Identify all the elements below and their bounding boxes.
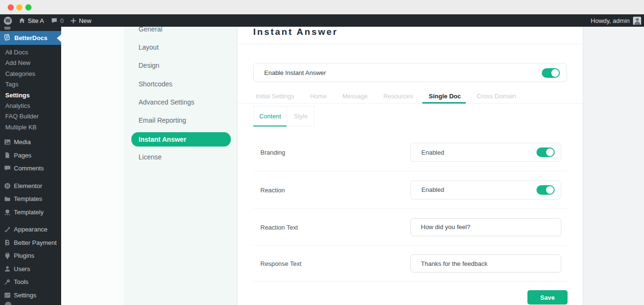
menu-label: Users (14, 265, 30, 273)
sidebar-item-better-payment[interactable]: Better Payment (0, 236, 61, 250)
menu-label: Better Payment (14, 239, 57, 246)
setting-row-reaction: Reaction Enabled (253, 171, 567, 209)
zoom-window-button[interactable] (25, 4, 32, 11)
menu-label: Templates (14, 195, 42, 202)
reaction-label: Reaction (260, 186, 285, 193)
single-doc-subtabs: Content Style (253, 106, 315, 126)
enable-instant-answer-label: Enable Instant Answer (264, 69, 326, 76)
sidebar-item-betterdocs[interactable]: BetterDocs (0, 31, 61, 45)
submenu-item-categories[interactable]: Categories (0, 69, 61, 79)
menu-label: Templately (14, 209, 43, 216)
reaction-toggle[interactable] (537, 185, 555, 195)
submenu-item-analytics[interactable]: Analytics (0, 101, 61, 111)
menu-label: Comments (14, 165, 44, 172)
sidebar-item-templates[interactable]: Templates (0, 192, 61, 206)
betterdocs-icon (3, 33, 11, 42)
settings-nav-design[interactable]: Design (124, 56, 237, 74)
sidebar-item-plugins[interactable]: Plugins (0, 249, 61, 263)
enable-instant-answer-toggle[interactable] (542, 68, 560, 78)
subtab-style[interactable]: Style (287, 106, 314, 126)
subtab-content[interactable]: Content (254, 106, 287, 126)
tools-icon (3, 278, 11, 285)
templates-icon (3, 196, 11, 202)
wp-admin-bar: W Site A 0 New Howdy, admin (0, 14, 644, 27)
admin-bar-new-button[interactable]: New (70, 17, 91, 24)
home-icon (19, 17, 25, 24)
users-icon (3, 265, 11, 273)
right-background-strip (583, 27, 644, 305)
comment-count: 0 (60, 17, 64, 24)
tab-initial-settings[interactable]: Initial Settings (256, 89, 294, 103)
pages-icon (3, 152, 11, 159)
branding-toggle[interactable] (537, 147, 555, 157)
settings-nav-advanced-settings[interactable]: Advanced Settings (124, 93, 237, 111)
settings-nav-email-reporting[interactable]: Email Reporting (124, 111, 237, 129)
reaction-text-label: Reaction Text (260, 223, 298, 231)
setting-row-response-text: Response Text (253, 246, 567, 282)
admin-bar-site-link[interactable]: Site A (19, 17, 44, 24)
admin-bar-comments[interactable]: 0 (51, 17, 64, 24)
current-menu-arrow-icon (57, 34, 61, 42)
sidebar-item-settings[interactable]: Settings (0, 289, 61, 302)
settings-nav-shortcodes[interactable]: Shortcodes (124, 75, 237, 93)
settings-icon (3, 292, 11, 299)
sidebar-item-label: BetterDocs (14, 34, 47, 42)
menu-label: Plugins (14, 252, 34, 259)
toggle-knob (546, 186, 554, 194)
menu-label: Settings (14, 292, 36, 299)
instant-answer-tabs: Initial Settings Home Message Resources … (237, 89, 583, 104)
page-title: Instant Answer (253, 27, 338, 37)
window-titlebar (0, 0, 644, 14)
sidebar-item-media[interactable]: Media (0, 136, 61, 149)
betterdocs-settings-nav: General Layout Design Shortcodes Advance… (124, 27, 237, 305)
minimize-window-button[interactable] (16, 4, 22, 11)
wp-main-menu: Media Pages Comments Elementor Templates (0, 136, 61, 302)
sidebar-item-tools[interactable]: Tools (0, 275, 61, 289)
response-text-input[interactable] (410, 254, 561, 273)
tab-cross-domain[interactable]: Cross Domain (477, 89, 516, 103)
submenu-item-tags[interactable]: Tags (0, 79, 61, 90)
comments-icon (3, 165, 11, 172)
plus-icon (70, 18, 76, 24)
submenu-item-multiple-kb[interactable]: Multiple KB (0, 122, 61, 133)
sidebar-item-comments[interactable]: Comments (0, 162, 61, 175)
admin-bar-account[interactable]: Howdy, admin (591, 14, 641, 27)
submenu-item-faq-builder[interactable]: FAQ Builder (0, 111, 61, 122)
close-window-button[interactable] (8, 4, 14, 11)
betterdocs-submenu: All Docs Add New Categories Tags Setting… (0, 47, 61, 133)
sidebar-item-users[interactable]: Users (0, 263, 61, 276)
plugins-icon (3, 252, 11, 259)
sidebar-item-pages[interactable]: Pages (0, 149, 61, 162)
site-name: Site A (28, 17, 44, 24)
submenu-item-all-docs[interactable]: All Docs (0, 47, 61, 58)
instant-answer-panel: Instant Answer Enable Instant Answer Ini… (237, 27, 583, 305)
reaction-text-input[interactable] (410, 218, 561, 236)
response-text-label: Response Text (260, 260, 301, 267)
comments-bubble-icon (51, 17, 58, 24)
settings-nav-license[interactable]: License (124, 148, 237, 166)
menu-label: Media (14, 138, 31, 146)
new-label: New (79, 17, 91, 24)
tab-home[interactable]: Home (310, 89, 327, 103)
partial-menu-icon (4, 27, 11, 30)
tab-resources[interactable]: Resources (383, 89, 413, 103)
reaction-value: Enabled (421, 186, 444, 193)
header-divider (237, 44, 583, 44)
tab-message[interactable]: Message (343, 89, 368, 103)
sidebar-item-appearance[interactable]: Appearance (0, 223, 61, 236)
submenu-item-settings[interactable]: Settings (0, 90, 61, 101)
settings-nav-layout[interactable]: Layout (124, 38, 237, 56)
partial-menu-icon (5, 302, 11, 305)
submenu-item-add-new[interactable]: Add New (0, 58, 61, 68)
tab-single-doc[interactable]: Single Doc (429, 89, 461, 103)
setting-row-reaction-text: Reaction Text (253, 209, 567, 246)
sidebar-item-templately[interactable]: Templately (0, 206, 61, 219)
settings-nav-instant-answer[interactable]: Instant Answer (131, 132, 231, 147)
sidebar-item-elementor[interactable]: Elementor (0, 179, 61, 193)
page-background-strip (61, 27, 124, 305)
save-button[interactable]: Save (527, 290, 568, 305)
wordpress-logo-icon[interactable]: W (4, 17, 12, 25)
appearance-icon (3, 226, 11, 233)
better-payment-icon (3, 239, 11, 246)
wp-sidebar-menu: BetterDocs All Docs Add New Categories T… (0, 27, 61, 305)
